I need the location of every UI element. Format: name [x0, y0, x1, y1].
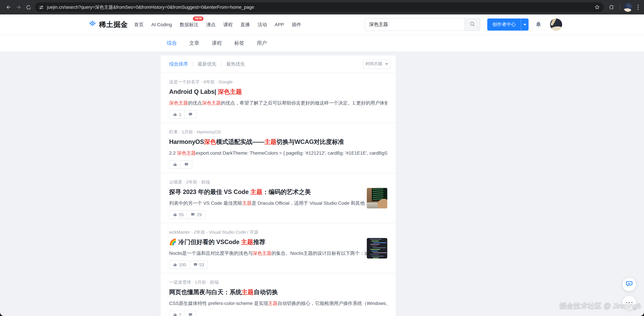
highlighted-keyword: 主题: [241, 239, 253, 245]
thumbs-up-icon: [173, 263, 177, 267]
comment-button[interactable]: [184, 311, 196, 316]
juejin-logo[interactable]: 稀土掘金: [88, 20, 128, 29]
like-button[interactable]: 55: [170, 211, 187, 219]
result-meta[interactable]: wzkMaster · 2年前 · Visual Studio Code / 开…: [169, 229, 387, 235]
nav-item-AI Coding[interactable]: AI Coding: [151, 21, 172, 28]
bookmark-star-icon[interactable]: [594, 4, 600, 10]
results-list: 这是一个好名字 · 6年前 · GoogleAndroid Q Labs| 深色…: [161, 73, 396, 316]
comment-button[interactable]: [180, 161, 192, 169]
url-text[interactable]: juejin.cn/search?query=深色主题&fromSeo=0&fr…: [47, 4, 594, 10]
sort-separator: [221, 62, 222, 66]
tab-标签[interactable]: 标签: [234, 40, 244, 46]
highlighted-keyword: 主题: [242, 200, 252, 206]
tab-课程[interactable]: 课程: [212, 40, 222, 46]
text-segment: 模式适配实战——: [216, 138, 264, 145]
notification-bell-icon[interactable]: [535, 21, 542, 28]
sort-option-综合排序[interactable]: 综合排序: [169, 61, 188, 67]
sort-bar: 综合排序最新优先最热优先 时间不限: [161, 56, 396, 73]
result-title[interactable]: 网页也懂黑夜与白天：系统主题自动切换: [169, 288, 387, 296]
time-filter-label: 时间不限: [366, 61, 382, 67]
search-result-item[interactable]: 这是一个好名字 · 6年前 · GoogleAndroid Q Labs| 深色…: [161, 73, 396, 123]
browser-profile-avatar[interactable]: [624, 3, 632, 12]
thumbs-up-icon: [173, 212, 177, 217]
like-button[interactable]: 100: [170, 261, 190, 269]
search-category-tabs: 综合文章课程标签用户: [0, 35, 644, 51]
code-line: [370, 244, 380, 245]
search-input[interactable]: [365, 19, 464, 31]
sort-separator: [193, 62, 193, 66]
search-button[interactable]: [464, 19, 480, 31]
back-icon[interactable]: [3, 2, 14, 12]
nav-item-活动[interactable]: 活动: [258, 21, 267, 28]
result-excerpt[interactable]: 列表中的另一个 VS Code 最佳黑暗主题是 Dracula Official…: [169, 200, 387, 206]
nav-item-课程[interactable]: 课程: [223, 21, 233, 28]
sort-option-最新优先[interactable]: 最新优先: [198, 61, 216, 67]
search-result-item[interactable]: 一诺滚雪球 · 1月前 · 前端网页也懂黑夜与白天：系统主题自动切换CSS原生媒…: [161, 273, 396, 316]
text-segment: 自动切换: [254, 289, 278, 295]
tab-用户[interactable]: 用户: [257, 40, 267, 46]
search-results-card: 综合排序最新优先最热优先 时间不限 这是一个好名字 · 6年前 · Google…: [161, 56, 396, 316]
nav-item-直播[interactable]: 直播: [240, 21, 250, 28]
text-segment: 推荐: [253, 239, 265, 245]
main-nav: 首页AI Coding数据标注NEW沸点课程直播活动APP插件: [134, 21, 301, 28]
thumbs-up-icon: [173, 112, 177, 117]
nav-item-沸点[interactable]: 沸点: [206, 21, 216, 28]
address-bar[interactable]: juejin.cn/search?query=深色主题&fromSeo=0&fr…: [35, 2, 604, 12]
code-line: [373, 242, 386, 243]
sort-option-最热优先[interactable]: 最热优先: [226, 61, 245, 67]
result-meta[interactable]: 这是一个好名字 · 6年前 · Google: [169, 79, 387, 85]
search-result-item[interactable]: 云喵君 · 2年前 · 前端探寻 2023 年的最佳 VS Code 主题：编码…: [161, 173, 396, 223]
result-meta[interactable]: 一诺滚雪球 · 1月前 · 前端: [169, 279, 387, 285]
result-meta[interactable]: 柠果 · 1月前 · HarmonyOS: [169, 129, 387, 135]
comment-button[interactable]: [184, 111, 196, 118]
feedback-button[interactable]: [622, 278, 636, 291]
result-excerpt[interactable]: Noctis是一个温和且对比度平衡的浅色与深色主题的集合。Noctis主题的设计…: [169, 250, 387, 256]
nav-item-数据标注[interactable]: 数据标注NEW: [180, 21, 198, 28]
creator-center-button[interactable]: 创作者中心: [487, 19, 528, 31]
article-thumbnail[interactable]: [367, 238, 387, 258]
result-excerpt[interactable]: 深色主题的优点深色主题的优点，希望了解了之后可以帮助你去更好的做这样一个决定。1…: [169, 99, 387, 106]
article-thumbnail[interactable]: [367, 188, 387, 208]
forward-icon[interactable]: [14, 2, 24, 12]
tab-综合[interactable]: 综合: [167, 40, 177, 46]
comment-button[interactable]: 53: [190, 261, 208, 269]
like-button[interactable]: [170, 161, 180, 169]
time-filter-dropdown[interactable]: 时间不限: [363, 59, 391, 69]
highlighted-keyword: 主题: [250, 189, 262, 195]
search-result-item[interactable]: wzkMaster · 2年前 · Visual Studio Code / 开…: [161, 223, 396, 273]
nav-item-APP[interactable]: APP: [275, 21, 284, 28]
result-excerpt[interactable]: CSS原生媒体特性 prefers-color-scheme 是实现主题自动切换…: [169, 300, 387, 306]
watermark: 掘金技术社区 @ Jinming6: [560, 301, 641, 310]
browser-window: juejin.cn/search?query=深色主题&fromSeo=0&fr…: [0, 0, 644, 316]
result-meta[interactable]: 云喵君 · 2年前 · 前端: [169, 179, 387, 185]
site-settings-icon[interactable]: [38, 5, 44, 10]
text-segment: 自动切换的核心，它能检测用户操作系统（Windows、macO: [278, 300, 387, 306]
result-title[interactable]: Android Q Labs| 深色主题: [169, 88, 387, 96]
creator-dropdown-caret[interactable]: [521, 19, 528, 31]
search-result-item[interactable]: 柠果 · 1月前 · HarmonyOSHarmonyOS深色模式适配实战——主…: [161, 123, 396, 173]
extensions-icon[interactable]: [606, 2, 616, 12]
user-avatar[interactable]: [550, 19, 562, 31]
highlighted-keyword: 深色主题: [202, 100, 221, 106]
nav-item-插件[interactable]: 插件: [292, 21, 301, 28]
juejin-logo-icon: [88, 20, 97, 29]
like-button[interactable]: 1: [170, 111, 184, 118]
like-button[interactable]: 2: [170, 311, 184, 316]
comment-button[interactable]: 29: [187, 211, 205, 219]
tab-文章[interactable]: 文章: [189, 40, 199, 46]
result-actions: [169, 160, 192, 169]
text-segment: 切换与WCAG对比度标准: [276, 138, 344, 145]
result-excerpt[interactable]: 2.2 深色主题export const DarkTheme: ThemeCol…: [169, 149, 387, 156]
highlighted-keyword: 深色: [204, 138, 216, 145]
reload-icon[interactable]: [24, 2, 34, 12]
text-segment: 是 Dracula Official，适用于 Visual Studio Cod…: [252, 200, 371, 206]
result-title[interactable]: HarmonyOS深色模式适配实战——主题切换与WCAG对比度标准: [169, 138, 387, 146]
nav-item-首页[interactable]: 首页: [134, 21, 144, 28]
result-title[interactable]: 探寻 2023 年的最佳 VS Code 主题：编码的艺术之美: [169, 188, 387, 196]
result-title[interactable]: 🌈 冷门但好看的 VSCode 主题推荐: [169, 238, 387, 246]
highlighted-keyword: 主题: [242, 289, 254, 295]
text-segment: Noctis是一个温和且对比度平衡的浅色与: [169, 250, 253, 256]
browser-menu-icon[interactable]: [636, 5, 641, 10]
text-segment: 的集合。Noctis主题的设计目标有以下两个：减少: [272, 250, 374, 256]
text-segment: 的优点: [188, 100, 202, 106]
